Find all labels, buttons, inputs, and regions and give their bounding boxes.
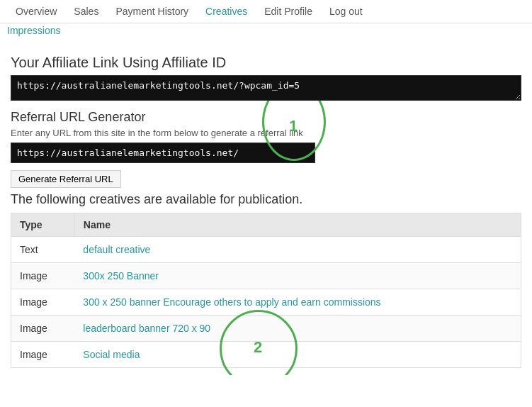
nav-impressions[interactable]: Impressions — [7, 25, 60, 36]
creative-type: Text — [11, 237, 75, 263]
creative-name[interactable]: leaderboard banner 720 x 90 — [74, 316, 521, 342]
table-row: Imageleaderboard banner 720 x 90 — [11, 316, 521, 342]
table-row: Image300 x 250 banner Encourage others t… — [11, 289, 521, 316]
nav-creatives[interactable]: Creatives — [197, 0, 256, 23]
affiliate-link-title: Your Affiliate Link Using Affiliate ID — [11, 55, 521, 71]
table-row: ImageSocial media — [11, 342, 521, 368]
creative-name[interactable]: 300x 250 Banner — [74, 263, 521, 289]
main-content: 1 2 Your Affiliate Link Using Affiliate … — [0, 40, 532, 375]
nav-sub-bar: Impressions — [0, 23, 532, 40]
circle-1-label: 1 — [289, 117, 298, 135]
affiliate-link-input[interactable]: https://australianelemarketingtools.net/… — [11, 75, 521, 101]
affiliate-link-box: https://australianelemarketingtools.net/… — [11, 75, 521, 103]
col-name: Name — [74, 213, 521, 237]
nav-edit-profile[interactable]: Edit Profile — [256, 0, 321, 23]
creative-type: Image — [11, 263, 75, 289]
creative-type: Image — [11, 342, 75, 368]
col-type: Type — [11, 213, 75, 237]
nav-sales[interactable]: Sales — [65, 0, 107, 23]
nav-bar: Overview Sales Payment History Creatives… — [0, 0, 532, 23]
referral-title: Referral URL Generator — [11, 110, 521, 125]
referral-description: Enter any URL from this site in the form… — [11, 128, 521, 138]
table-row: Image300x 250 Banner — [11, 263, 521, 289]
table-header-row: Type Name — [11, 213, 521, 237]
creative-name[interactable]: Social media — [74, 342, 521, 368]
creatives-table: Type Name Textdefault creativeImage300x … — [11, 213, 521, 368]
creative-type: Image — [11, 316, 75, 342]
table-row: Textdefault creative — [11, 237, 521, 263]
generate-referral-url-button[interactable]: Generate Referral URL — [11, 170, 121, 188]
creative-name[interactable]: default creative — [74, 237, 521, 263]
circle-2-label: 2 — [254, 338, 262, 357]
referral-url-display: https://australianelemarketingtools.net/ — [11, 143, 315, 163]
nav-payment-history[interactable]: Payment History — [107, 0, 197, 23]
creative-name[interactable]: 300 x 250 banner Encourage others to app… — [74, 289, 521, 316]
nav-overview[interactable]: Overview — [7, 0, 65, 23]
nav-logout[interactable]: Log out — [321, 0, 371, 23]
creative-type: Image — [11, 289, 75, 316]
creatives-title: The following creatives are available fo… — [11, 192, 521, 207]
